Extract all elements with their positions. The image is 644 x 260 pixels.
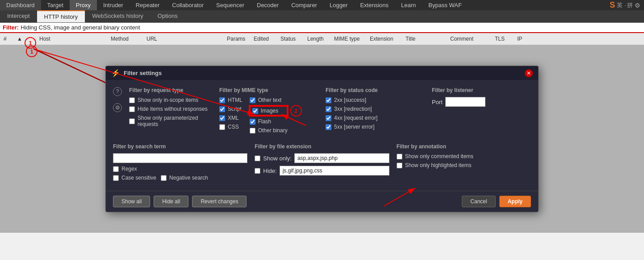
col-host[interactable]: Host — [36, 35, 107, 43]
other-text-checkbox[interactable] — [250, 97, 255, 103]
col-tls[interactable]: TLS — [491, 35, 514, 43]
5xx-checkbox[interactable] — [326, 124, 331, 130]
show-parameterized-row[interactable]: Show only parameterized requests — [129, 115, 212, 127]
other-binary-row[interactable]: Other binary — [250, 127, 288, 134]
regex-row[interactable]: Regex — [113, 166, 247, 172]
script-row[interactable]: Script — [219, 106, 243, 112]
col-params[interactable]: Params — [223, 35, 250, 43]
css-row[interactable]: CSS — [219, 124, 243, 130]
tab-websockets-history[interactable]: WebSockets history — [85, 10, 151, 22]
help-icon[interactable]: ? — [113, 87, 122, 96]
html-row[interactable]: HTML — [219, 97, 243, 103]
col-status[interactable]: Status — [277, 35, 304, 43]
show-inscope-label: Show only in-scope items — [138, 97, 198, 103]
commented-items-row[interactable]: Show only commented items — [397, 153, 531, 159]
show-only-input[interactable] — [294, 153, 389, 163]
toolbar-lang-icon[interactable]: 英 — [617, 1, 623, 9]
menu-collaborator[interactable]: Collaborator — [166, 0, 210, 10]
flash-checkbox[interactable] — [250, 119, 255, 125]
col-title[interactable]: Title — [402, 35, 447, 43]
col-mime[interactable]: MIME type — [330, 35, 366, 43]
commented-items-checkbox[interactable] — [397, 154, 402, 159]
4xx-checkbox[interactable] — [326, 115, 331, 121]
hide-no-response-checkbox[interactable] — [129, 106, 135, 112]
case-sensitive-row[interactable]: Case sensitive — [113, 175, 156, 181]
menu-repeater[interactable]: Repeater — [130, 0, 166, 10]
col-extension[interactable]: Extension — [366, 35, 402, 43]
hide-input[interactable] — [280, 166, 389, 176]
flash-row[interactable]: Flash — [250, 118, 288, 125]
menu-intruder[interactable]: Intruder — [97, 0, 130, 10]
col-url[interactable]: URL — [143, 35, 223, 43]
menu-learn[interactable]: Learn — [395, 0, 422, 10]
html-checkbox[interactable] — [219, 97, 225, 103]
hide-no-response-row[interactable]: Hide items without responses — [129, 106, 212, 112]
highlighted-items-label: Show only highlighted items — [405, 162, 472, 168]
highlighted-items-checkbox[interactable] — [397, 163, 402, 168]
case-sensitive-checkbox[interactable] — [113, 175, 119, 181]
tab-http-history[interactable]: HTTP history — [37, 10, 85, 22]
5xx-row[interactable]: 5xx [server error] — [326, 124, 425, 130]
negative-search-checkbox[interactable] — [161, 175, 167, 181]
show-inscope-checkbox[interactable] — [129, 97, 135, 103]
regex-checkbox[interactable] — [113, 166, 119, 172]
4xx-label: 4xx [request error] — [334, 115, 377, 121]
col-ip[interactable]: IP — [514, 35, 558, 43]
2xx-row[interactable]: 2xx [success] — [326, 97, 425, 103]
menu-logger[interactable]: Logger — [323, 0, 354, 10]
3xx-row[interactable]: 3xx [redirection] — [326, 106, 425, 112]
tab-intercept[interactable]: Intercept — [0, 10, 37, 22]
menu-bypass-waf[interactable]: Bypass WAF — [422, 0, 468, 10]
col-hash[interactable]: # — [0, 35, 13, 43]
other-text-row[interactable]: Other text — [250, 97, 288, 103]
other-binary-checkbox[interactable] — [250, 128, 255, 134]
menu-extensions[interactable]: Extensions — [354, 0, 395, 10]
5xx-label: 5xx [server error] — [334, 124, 375, 130]
show-inscope-row[interactable]: Show only in-scope items — [129, 97, 212, 103]
xml-checkbox[interactable] — [219, 115, 225, 121]
menu-decoder[interactable]: Decoder — [251, 0, 285, 10]
settings-icon[interactable]: ⚙ — [113, 103, 122, 112]
hide-all-button[interactable]: Hide all — [154, 196, 188, 207]
images-row[interactable]: Images 2 — [250, 106, 288, 116]
2xx-checkbox[interactable] — [326, 97, 331, 103]
port-input[interactable] — [445, 97, 485, 107]
html-label: HTML — [228, 97, 243, 103]
col-comment[interactable]: Comment — [447, 35, 491, 43]
menu-comparer[interactable]: Comparer — [285, 0, 323, 10]
script-checkbox[interactable] — [219, 106, 225, 112]
filter-bar[interactable]: Filter: Hiding CSS, image and general bi… — [0, 23, 644, 33]
show-only-checkbox[interactable] — [255, 155, 260, 161]
col-method[interactable]: Method — [107, 35, 143, 43]
cancel-button[interactable]: Cancel — [462, 196, 495, 207]
annotation-2: 2 — [290, 105, 302, 117]
3xx-label: 3xx [redirection] — [334, 106, 372, 112]
revert-changes-button[interactable]: Revert changes — [192, 196, 247, 207]
search-term-title: Filter by search term — [113, 143, 247, 150]
show-parameterized-checkbox[interactable] — [129, 118, 135, 124]
mime-col1: HTML Script XML — [219, 97, 243, 136]
search-term-input[interactable] — [113, 153, 247, 163]
highlighted-items-row[interactable]: Show only highlighted items — [397, 162, 531, 168]
show-all-button[interactable]: Show all — [113, 196, 150, 207]
menu-proxy[interactable]: Proxy — [70, 0, 97, 10]
tab-options[interactable]: Options — [151, 10, 185, 22]
menu-sequencer[interactable]: Sequencer — [210, 0, 251, 10]
menu-target[interactable]: Target — [41, 0, 70, 10]
col-edited[interactable]: Edited — [250, 35, 277, 43]
menu-dashboard[interactable]: Dashboard — [0, 0, 41, 10]
3xx-checkbox[interactable] — [326, 106, 331, 112]
css-checkbox[interactable] — [219, 124, 225, 130]
toolbar-gear-icon[interactable]: ⚙ — [635, 2, 640, 9]
filter-settings-modal: ⚡ Filter settings ✕ ? ⚙ Filter by reques… — [105, 66, 539, 212]
apply-button[interactable]: Apply — [499, 196, 531, 207]
4xx-row[interactable]: 4xx [request error] — [326, 115, 425, 121]
modal-close-button[interactable]: ✕ — [525, 69, 533, 77]
hide-checkbox[interactable] — [255, 168, 260, 174]
xml-row[interactable]: XML — [219, 115, 243, 121]
negative-search-row[interactable]: Negative search — [161, 175, 208, 181]
toolbar-speech-icon[interactable]: 拼 — [627, 1, 633, 9]
col-length[interactable]: Length — [304, 35, 330, 43]
images-checkbox[interactable] — [252, 108, 258, 114]
table-header: # ▲ Host Method URL Params Edited Status… — [0, 33, 644, 45]
